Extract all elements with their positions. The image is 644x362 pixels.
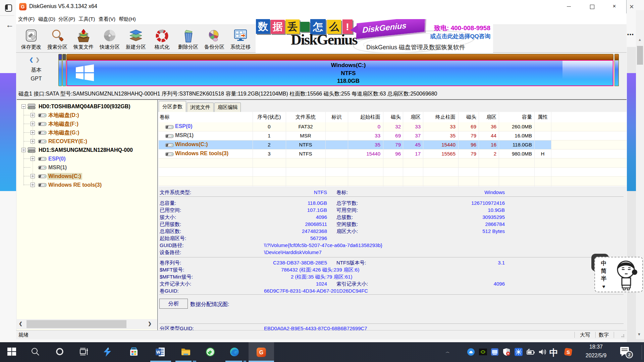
menu-item-3[interactable]: 工具(T) (76, 15, 97, 23)
search-partition-icon (50, 29, 65, 43)
tree-item-5[interactable]: HD1:SAMSUNGMZNLN128HAHQ-000 (16, 146, 157, 155)
tree-item-9[interactable]: Windows RE tools(3) (16, 181, 157, 189)
tree-item-7[interactable]: MSR(1) (16, 163, 157, 172)
back-scrollbar-up-icon[interactable]: ▲ (638, 38, 642, 42)
status-divider-2 (614, 332, 614, 338)
detail-value-total_sectors: 247482368 (302, 228, 327, 234)
toolbar-button-8[interactable]: 系统迁移 (227, 27, 254, 54)
toolbar-button-0[interactable]: 保存更改 (18, 27, 44, 54)
tree-scroll-right-icon[interactable]: ❯ (148, 321, 152, 326)
tray-clock-date[interactable]: 2022/5/9 (579, 353, 613, 359)
table-row-0[interactable]: ESP(0)0FAT3203233336936260.0MB (159, 122, 627, 131)
tree-item-1[interactable]: 本地磁盘(D:) (16, 111, 157, 120)
tray-nvidia-icon[interactable] (479, 348, 488, 357)
nav-forward-icon[interactable]: ❯ (36, 57, 40, 63)
toolbar-button-3[interactable]: 快速分区 (97, 27, 123, 54)
flash-app-button[interactable] (100, 342, 116, 362)
tree-item-2[interactable]: 本地磁盘(F:) (16, 120, 157, 128)
table-header-row: 卷标序号(状态)文件系统标识起始柱面磁头扇区终止柱面磁头扇区容量属性 (159, 112, 627, 122)
tray-intel-icon[interactable] (491, 348, 499, 357)
menu-item-4[interactable]: 查看(V) (97, 15, 117, 23)
tray-ime-indicator[interactable]: 中 (549, 347, 558, 359)
col-line-8 (479, 112, 479, 186)
toolbar-button-2[interactable]: 恢复文件 (70, 27, 97, 54)
tree-scroll-left-icon[interactable]: ❮ (19, 321, 22, 326)
toolbar-button-5[interactable]: 格式化 (149, 27, 175, 54)
menu-item-1[interactable]: 磁盘(D) (36, 15, 57, 23)
back-scrollbar-down-icon[interactable]: ▼ (637, 332, 641, 336)
tab-browse-files[interactable]: 浏览文件 (187, 103, 214, 112)
minimize-button[interactable] (559, 0, 578, 13)
menu-item-2[interactable]: 分区(P) (56, 15, 77, 23)
tray-expand-icon[interactable]: ︿ (445, 350, 450, 354)
nav-back-icon[interactable]: ❮ (29, 57, 34, 63)
tab-partition-params[interactable]: 分区参数 (159, 101, 186, 112)
col-header-1[interactable]: 序号(状态) (249, 114, 289, 120)
tray-thunder-icon[interactable] (467, 348, 476, 357)
back-scrollbar-thumb[interactable] (637, 46, 643, 65)
tree-scroll-thumb[interactable] (26, 320, 126, 328)
analyze-button[interactable]: 分析 (159, 299, 188, 309)
detail-value-start_sector: 567296 (310, 235, 327, 241)
tree-item-8[interactable]: Windows(C:) (16, 172, 157, 181)
col-line-9 (499, 112, 499, 186)
toolbar-button-1[interactable]: 搜索分区 (44, 27, 70, 54)
menu-item-5[interactable]: 帮助(H) (117, 15, 138, 23)
col-header-0[interactable]: 卷标 (160, 114, 170, 120)
delete-partition-icon (180, 29, 196, 43)
browser-360-button[interactable] (203, 342, 219, 362)
tree-item-3[interactable]: 本地磁盘(G:) (16, 128, 157, 137)
toolbar-button-4[interactable]: 新建分区 (123, 27, 149, 54)
tree-connector-v3 (33, 107, 33, 145)
toolbar-button-7[interactable]: 备份分区 (201, 27, 227, 54)
file-explorer-button[interactable] (178, 342, 194, 362)
task-view-button[interactable] (76, 342, 93, 362)
menu-item-0[interactable]: 文件(F) (16, 15, 37, 23)
search-button[interactable] (28, 342, 44, 362)
toolbar-button-6[interactable]: 删除分区 (175, 27, 201, 54)
ime-widget[interactable]: 中简半♥ (594, 257, 643, 292)
tree-hscrollbar[interactable]: ❮❯ (16, 319, 157, 329)
disk-tree-panel: HD0:TOSHIBAMQ04ABF100(932GB)本地磁盘(D:)本地磁盘… (16, 100, 158, 330)
tree-item-6[interactable]: ESP(0) (16, 155, 157, 163)
col-header-11[interactable]: 属性 (523, 114, 563, 120)
msr-partition-bar-body[interactable] (62, 60, 66, 86)
ad-banner[interactable]: 数据丢怎么!DiskGeniusDiskGenius致电: 400-008-99… (256, 19, 493, 53)
tray-snowflake-icon[interactable] (515, 348, 523, 357)
tree-item-4[interactable]: RECOVERY(E:) (16, 137, 157, 146)
esp-partition-bar-body[interactable] (58, 60, 62, 86)
detail-value-part_type_guid: EBD0A0A2-B9E5-4433-87C0-68B6B72699C7 (264, 325, 367, 330)
cell-5: 17 (380, 151, 421, 157)
tree-item-0[interactable]: HD0:TOSHIBAMQ04ABF100(932GB) (16, 102, 157, 111)
diskgenius-button[interactable]: G (253, 342, 269, 362)
tray-defender-icon[interactable] (502, 348, 511, 357)
back-window-menu-icon[interactable]: ••• (627, 32, 634, 37)
cortana-button[interactable] (52, 342, 68, 362)
tray-speaker-icon[interactable] (538, 348, 547, 357)
tray-sogou-icon[interactable]: S (564, 348, 573, 357)
close-button[interactable]: ✕ (606, 0, 624, 13)
maximize-button[interactable] (583, 0, 601, 13)
notification-button[interactable]: 2 (619, 346, 636, 359)
cell-5: 33 (380, 124, 421, 129)
maximize-icon (590, 5, 594, 9)
store-button[interactable] (126, 342, 142, 362)
table-row-3[interactable]: Windows RE tools(3)3NTFS1544096171556579… (159, 149, 627, 159)
drive-icon (165, 134, 174, 138)
back-window-close-icon[interactable]: ✕ (629, 3, 634, 10)
tab-sector-edit[interactable]: 扇区编辑 (214, 103, 241, 112)
re-partition-bar[interactable] (614, 60, 619, 86)
col-header-6[interactable]: 扇区 (380, 114, 421, 120)
tray-clock-time[interactable]: 18:37 (579, 344, 613, 350)
start-button[interactable] (4, 342, 20, 362)
tree-connector-h7 (24, 167, 31, 168)
back-arrow-icon[interactable]: ← (6, 20, 14, 29)
table-row-1[interactable]: MSR(1)1MSR33693735794416.0MB (159, 131, 627, 140)
word-button[interactable]: W (153, 342, 169, 362)
table-row-empty-6 (159, 177, 627, 186)
table-row-2[interactable]: Windows(C:)2NTFS357945154409616118.0GB (159, 140, 551, 149)
windows-c-partition-bar[interactable]: Windows(C:)NTFS118.0GB (66, 60, 613, 86)
edge-button[interactable] (227, 342, 243, 362)
tray-battery-icon[interactable] (526, 348, 535, 357)
col-header-9[interactable]: 扇区 (456, 114, 496, 120)
